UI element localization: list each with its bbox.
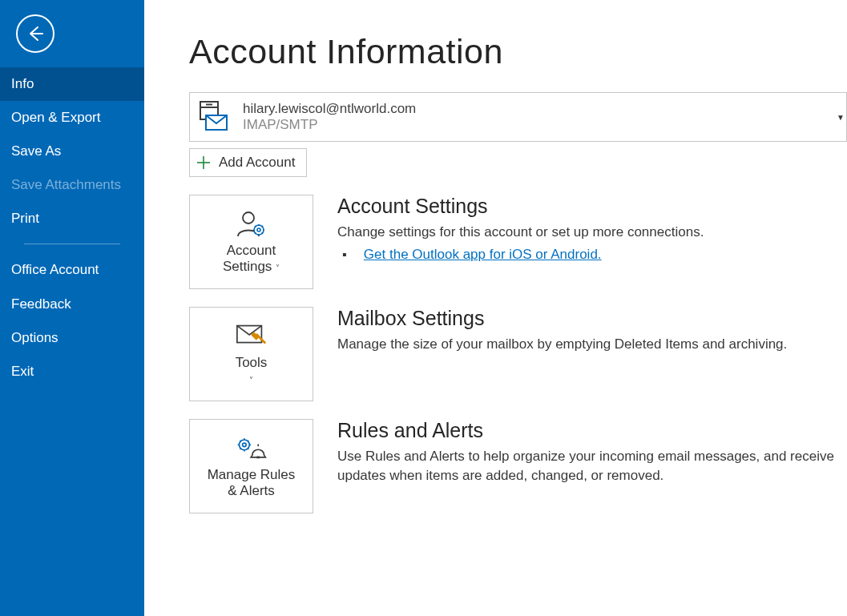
plus-icon	[196, 155, 211, 170]
page-title: Account Information	[189, 32, 847, 71]
sidebar-item-feedback[interactable]: Feedback	[0, 288, 144, 321]
sidebar-divider	[24, 244, 120, 244]
get-outlook-app-link[interactable]: Get the Outlook app for iOS or Android.	[364, 247, 602, 262]
sidebar-item-options[interactable]: Options	[0, 321, 144, 355]
sidebar-item-label: Feedback	[11, 296, 71, 312]
person-gear-icon	[235, 209, 268, 238]
sidebar-item-label: Save Attachments	[11, 177, 121, 192]
svg-line-26	[247, 440, 248, 441]
sidebar-item-print[interactable]: Print	[0, 202, 144, 236]
sidebar-item-label: Print	[11, 211, 39, 226]
back-button[interactable]	[16, 14, 54, 53]
button-label: Tools ˅	[236, 355, 268, 388]
section-mailbox-settings: Tools ˅ Mailbox Settings Manage the size…	[189, 307, 847, 401]
svg-line-24	[240, 440, 240, 441]
section-text: Mailbox Settings Manage the size of your…	[337, 307, 847, 401]
account-protocol: IMAP/SMTP	[243, 117, 416, 133]
sidebar-item-label: Open & Export	[11, 110, 101, 125]
sidebar-item-label: Office Account	[11, 262, 99, 277]
account-settings-button[interactable]: Account Settings ˅	[189, 195, 313, 289]
manage-rules-alerts-button[interactable]: Manage Rules & Alerts	[189, 419, 313, 513]
section-heading: Account Settings	[337, 195, 847, 218]
svg-line-25	[247, 448, 248, 449]
sidebar-item-save-attachments: Save Attachments	[0, 168, 144, 202]
section-text: Account Settings Change settings for thi…	[337, 195, 847, 289]
button-label: Manage Rules & Alerts	[208, 467, 296, 500]
svg-line-14	[261, 232, 263, 234]
section-heading: Mailbox Settings	[337, 307, 847, 330]
svg-line-16	[255, 232, 256, 234]
chevron-down-icon: ▼	[837, 113, 845, 122]
sidebar-item-exit[interactable]: Exit	[0, 355, 144, 389]
sidebar-item-save-as[interactable]: Save As	[0, 135, 144, 168]
arrow-left-icon	[25, 23, 46, 44]
sidebar-item-info[interactable]: Info	[0, 67, 144, 101]
sidebar-item-open-export[interactable]: Open & Export	[0, 101, 144, 135]
sidebar-item-label: Exit	[11, 364, 34, 379]
sidebar-item-label: Save As	[11, 143, 61, 159]
svg-point-19	[242, 443, 246, 447]
sidebar-item-office-account[interactable]: Office Account	[0, 252, 144, 288]
add-account-label: Add Account	[219, 155, 295, 171]
chevron-down-icon: ˅	[249, 376, 253, 384]
sidebar-item-label: Info	[11, 76, 34, 91]
chevron-down-icon: ˅	[276, 264, 280, 272]
account-email: hilary.lewiscol@ntlworld.com	[243, 101, 416, 117]
section-desc: Change settings for this account or set …	[337, 223, 847, 242]
button-label: Account Settings ˅	[223, 243, 280, 276]
main-content: Account Information hilary.lewiscol@ntlw…	[144, 0, 847, 616]
svg-line-27	[240, 448, 240, 449]
svg-point-6	[243, 212, 254, 223]
mailbox-icon	[198, 101, 228, 133]
envelope-broom-icon	[235, 321, 268, 350]
svg-line-13	[255, 226, 256, 227]
section-heading: Rules and Alerts	[337, 419, 847, 442]
section-rules-alerts: Manage Rules & Alerts Rules and Alerts U…	[189, 419, 847, 513]
bullet-item: Get the Outlook app for iOS or Android.	[337, 247, 847, 263]
account-texts: hilary.lewiscol@ntlworld.com IMAP/SMTP	[243, 101, 416, 133]
section-desc: Manage the size of your mailbox by empty…	[337, 335, 847, 354]
tools-button[interactable]: Tools ˅	[189, 307, 313, 401]
section-text: Rules and Alerts Use Rules and Alerts to…	[337, 419, 847, 513]
sidebar-item-label: Options	[11, 330, 58, 345]
svg-line-15	[261, 226, 263, 227]
add-account-button[interactable]: Add Account	[189, 148, 307, 177]
backstage-sidebar: Info Open & Export Save As Save Attachme…	[0, 0, 144, 616]
gear-bell-icon	[235, 433, 268, 462]
section-desc: Use Rules and Alerts to help organize yo…	[337, 447, 847, 485]
section-account-settings: Account Settings ˅ Account Settings Chan…	[189, 195, 847, 289]
account-selector-dropdown[interactable]: hilary.lewiscol@ntlworld.com IMAP/SMTP ▼	[189, 92, 847, 142]
